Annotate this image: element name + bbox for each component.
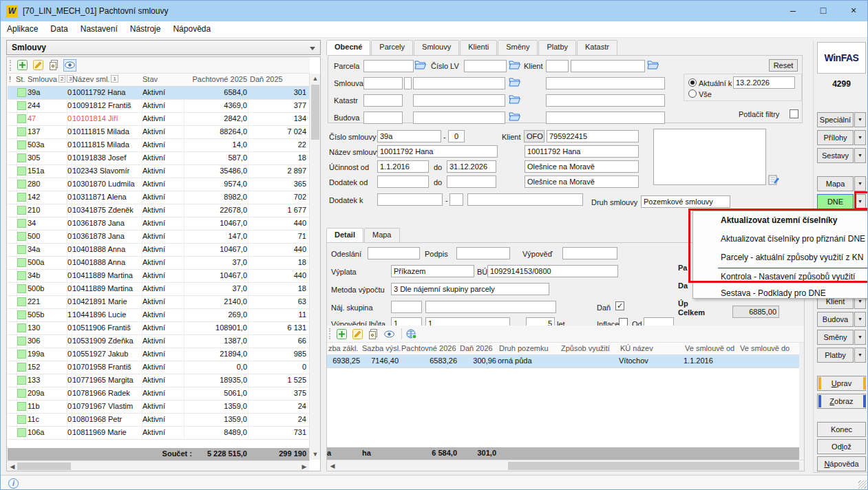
aktualni-date-input[interactable]: 13.2.2026	[733, 76, 795, 89]
table-row[interactable]: 137010111815 MiladaAktivní88264,07 024	[8, 126, 310, 139]
tab-detail-detail[interactable]: Detail	[326, 228, 363, 244]
metoda-vypoctu-input[interactable]: 3 Dle nájemní skupiny parcely	[391, 283, 549, 295]
contract-note-textarea[interactable]	[653, 129, 766, 185]
table-row[interactable]: 209a010781966 RadekAktivní5061,0375	[8, 387, 310, 401]
chevron-down-icon[interactable]: ▼	[854, 176, 866, 191]
view-icon[interactable]	[383, 328, 396, 340]
klient-folder-icon[interactable]	[647, 60, 659, 70]
vse-radio[interactable]	[688, 89, 697, 98]
table-row[interactable]: 106a010811969 MarieAktivní8489,0731	[8, 427, 310, 440]
table-row[interactable]: 210010341875 ZdeněkAktivní22678,01 677	[8, 204, 310, 217]
table-row[interactable]: 133010771965 MargitaAktivní18935,01 525	[8, 374, 310, 387]
tab-smlouvy[interactable]: Smlouvy	[414, 40, 459, 55]
sidebar-budova-button[interactable]: Budova▼	[817, 312, 866, 327]
table-row[interactable]: 142010311871 AlenaAktivní8982,0702	[8, 191, 310, 204]
smlouva-input-3[interactable]	[413, 77, 505, 89]
sidebar-konec-button[interactable]: Konec	[817, 422, 866, 437]
resize-grip-icon[interactable]	[858, 480, 867, 489]
dodatek-k-text-input[interactable]	[467, 193, 583, 206]
cislo-lv-input[interactable]	[464, 60, 507, 72]
toolbar-grip[interactable]	[10, 60, 12, 71]
druh-smlouvy-input[interactable]: Pozemkové smlouvy	[641, 195, 730, 208]
chevron-down-icon[interactable]: ▼	[854, 312, 866, 327]
budova-input-2[interactable]	[413, 111, 505, 124]
adresa-field-1[interactable]: Olešnice na Moravě	[525, 160, 639, 173]
parcels-horizontal-scrollbar[interactable]: ◀	[327, 460, 804, 471]
katastr-folder-icon[interactable]	[509, 94, 520, 105]
sidebar-npovda-button[interactable]: Nápověda	[817, 456, 866, 471]
parcela-folder-icon[interactable]	[414, 60, 426, 70]
contracts-vertical-scrollbar[interactable]: ▲ ▼	[309, 74, 320, 460]
menu-item-0[interactable]: Aplikace	[1, 21, 44, 38]
contracts-table-header[interactable]: !St.Smlouva23Název sml.1StavPachtovné 20…	[8, 74, 310, 87]
view-icon[interactable]	[63, 59, 76, 72]
menu-item-1[interactable]: Data	[44, 21, 74, 38]
table-row[interactable]: 221010421891 MarieAktivní2140,063	[8, 296, 310, 309]
budova-input-1[interactable]	[363, 111, 403, 124]
ucinnost-od-input[interactable]: 1.1.2016	[377, 160, 429, 173]
menu-item-4[interactable]: Nápověda	[167, 21, 217, 38]
cislo-smlouvy-suffix-input[interactable]: 0	[448, 130, 465, 142]
menu-item-4[interactable]: Sestava - Podklady pro DNE	[693, 288, 868, 298]
smlouva-input-1[interactable]	[363, 77, 403, 89]
klient-typ-field[interactable]: OFO	[524, 130, 544, 142]
tab-parcely[interactable]: Parcely	[371, 40, 413, 55]
smlouva-right-input[interactable]	[546, 77, 665, 89]
odeslani-input[interactable]	[368, 247, 420, 259]
table-row[interactable]: 130010511906 FrantišAktivní108901,06 131	[8, 322, 310, 335]
table-row[interactable]: 39a010011792 HanaAktivní6584,0301	[8, 87, 310, 100]
sidebar-sestavy-button[interactable]: Sestavy▼	[817, 148, 866, 163]
table-row[interactable]: 500a010401888 AnnaAktivní37,018	[8, 257, 310, 270]
table-row[interactable]: 11b010791967 VlastimAktivní1359,024	[8, 401, 310, 414]
dodatek-k-suffix-input[interactable]	[449, 193, 463, 206]
sidebar-smny-button[interactable]: Směny▼	[817, 330, 866, 345]
parcela-input[interactable]	[363, 60, 414, 72]
scrollbar-thumb[interactable]	[17, 462, 71, 470]
cislo-lv-folder-icon[interactable]	[509, 60, 520, 70]
sidebar-button-label[interactable]: Speciální	[817, 112, 854, 127]
klient-input[interactable]	[571, 60, 645, 72]
reset-button[interactable]: Reset	[769, 59, 798, 72]
vyplata-input[interactable]: Příkazem	[391, 265, 474, 277]
podpis-input[interactable]	[456, 247, 510, 259]
celkem-field[interactable]: 6885,00	[732, 306, 779, 318]
sidebar-button-label[interactable]: Sestavy	[817, 148, 854, 163]
sidebar-speciln-button[interactable]: Speciální▼	[817, 112, 866, 127]
table-row[interactable]: 500010361878 JanaAktivní147,071	[8, 231, 310, 244]
bu-input[interactable]: 1092914153/0800	[487, 265, 618, 277]
maximize-button[interactable]: □	[808, 1, 838, 21]
tab-detail-mapa[interactable]: Mapa	[364, 228, 400, 243]
tab-platby[interactable]: Platby	[538, 40, 576, 55]
sidebar-button-label[interactable]: DNE	[817, 194, 854, 209]
copy-icon[interactable]	[47, 59, 61, 72]
tab-katastr[interactable]: Katastr	[577, 40, 617, 55]
katastr-input-1[interactable]	[363, 94, 403, 107]
table-row[interactable]: 47010101814 JiříAktivní2842,0134	[8, 113, 310, 126]
sidebar-plohy-button[interactable]: Přílohy▼	[817, 130, 866, 145]
adresa-field-2[interactable]: Olešnice na Moravě	[525, 175, 639, 188]
menu-item-2[interactable]: Nastavení	[74, 21, 124, 38]
sidebar-zobraz-button[interactable]: Zobraz	[817, 394, 866, 409]
table-row[interactable]: 34010361878 JanaAktivní10467,0440	[8, 217, 310, 231]
ucinnost-do-input[interactable]: 31.12.2026	[447, 160, 496, 173]
chevron-down-icon[interactable]: ▼	[854, 112, 866, 127]
table-row[interactable]: 199a010551927 JakubAktivní21894,0985	[8, 348, 310, 361]
chevron-down-icon[interactable]: ▼	[854, 130, 866, 145]
sidebar-button-label[interactable]: Platby	[817, 348, 854, 363]
table-row[interactable]: 152010701958 FrantišAktivní0,00	[8, 361, 310, 374]
edit-icon[interactable]	[32, 59, 45, 72]
klient-nazev-field[interactable]: 10011792 Hana	[525, 145, 639, 158]
tab-obecn[interactable]: Obecné	[326, 40, 370, 56]
katastr-right-input[interactable]	[546, 94, 665, 107]
dan-checkbox[interactable]: ✓	[615, 301, 624, 310]
cislo-smlouvy-input[interactable]: 39a	[377, 130, 441, 142]
contracts-horizontal-scrollbar[interactable]: ◀ ▶	[8, 460, 309, 471]
sidebar-uprav-button[interactable]: Uprav	[817, 376, 866, 391]
smlouva-folder-icon[interactable]	[509, 77, 520, 87]
nazev-smlouvy-input[interactable]: 10011792 Hana	[377, 145, 498, 158]
katastr-input-2[interactable]	[413, 94, 505, 107]
vypoved-input[interactable]	[562, 247, 617, 259]
naj-skupina-input-2[interactable]	[425, 301, 556, 313]
sidebar-odlo-button[interactable]: Odlož	[817, 439, 866, 454]
sidebar-button-label[interactable]: Mapa	[817, 176, 854, 191]
